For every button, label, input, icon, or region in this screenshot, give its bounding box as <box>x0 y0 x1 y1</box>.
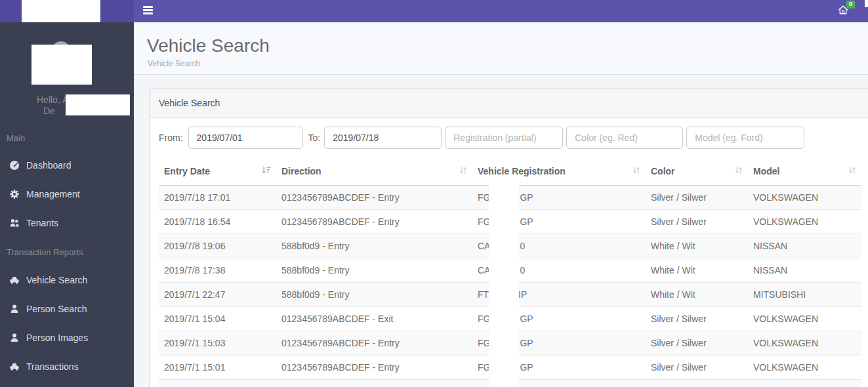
notification-badge[interactable]: 0 <box>846 1 855 9</box>
column-header-direction[interactable]: Direction <box>276 157 472 185</box>
redaction-box-avatar <box>31 45 92 85</box>
to-date-input[interactable] <box>324 127 442 149</box>
model-input[interactable] <box>686 127 804 149</box>
sidebar-item-label: Person Images <box>26 333 88 343</box>
sidebar-item-person-images[interactable]: Person Images <box>0 328 134 348</box>
table-header-row: Entry Date Direction Vehicle Registratio… <box>159 157 861 185</box>
sort-desc-icon[interactable] <box>262 166 271 176</box>
from-label: From: <box>159 132 183 143</box>
column-header-vehicle-registration[interactable]: Vehicle Registration <box>472 157 646 185</box>
sidebar-item-label: Vehicle Search <box>26 275 87 285</box>
car-icon <box>9 275 20 285</box>
sidebar-item-management[interactable]: Management <box>0 184 134 204</box>
from-date-input[interactable] <box>188 127 303 149</box>
car-icon <box>9 361 20 372</box>
redaction-box-username <box>66 94 130 115</box>
column-header-entry-date[interactable]: Entry Date <box>159 157 276 185</box>
page-title: Vehicle Search <box>147 35 270 56</box>
column-header-color[interactable]: Color <box>646 157 748 185</box>
sort-icon[interactable] <box>735 166 743 176</box>
users-icon <box>9 218 20 228</box>
person-icon <box>9 333 20 343</box>
filter-bar: From: To: <box>159 127 868 149</box>
dashboard-icon <box>9 160 20 171</box>
sidebar-section-transaction-reports: Transaction Reports <box>7 247 83 257</box>
sort-icon[interactable] <box>848 166 856 176</box>
sidebar-item-label: Management <box>26 189 80 199</box>
sidebar-item-label: Tenants <box>26 218 58 228</box>
sidebar-item-dashboard[interactable]: Dashboard <box>0 155 134 175</box>
color-input[interactable] <box>566 127 683 149</box>
gear-icon <box>9 189 20 199</box>
redaction-box-logo <box>22 0 100 22</box>
person-icon <box>9 304 20 314</box>
sidebar-item-label: Person Search <box>26 304 87 314</box>
page-subtitle: Vehicle Search <box>148 59 200 68</box>
sidebar-item-person-search[interactable]: Person Search <box>0 299 134 319</box>
redaction-box-topright <box>865 0 868 7</box>
sort-icon[interactable] <box>459 166 467 176</box>
column-header-model[interactable]: Model <box>748 157 861 185</box>
sidebar-item-label: Transactions <box>26 361 79 372</box>
greeting-text-line2: De <box>43 106 55 116</box>
sidebar-section-main: Main <box>7 133 25 143</box>
sidebar-item-vehicle-search[interactable]: Vehicle Search <box>0 270 134 290</box>
to-label: To: <box>308 132 321 143</box>
sidebar-item-transactions[interactable]: Transactions <box>0 357 134 377</box>
top-navbar: 0 <box>0 0 868 22</box>
registration-input[interactable] <box>445 127 563 149</box>
redaction-box-registration <box>489 184 519 387</box>
panel-title: Vehicle Search <box>150 89 868 118</box>
greeting-text: Hello, A <box>37 94 68 105</box>
app-window: 0 Hello, A De Main Dashboard Management … <box>0 0 868 387</box>
sidebar-item-label: Dashboard <box>26 160 72 171</box>
sidebar-item-tenants[interactable]: Tenants <box>0 213 134 233</box>
sort-icon[interactable] <box>632 166 640 176</box>
hamburger-menu-icon[interactable] <box>143 6 153 16</box>
